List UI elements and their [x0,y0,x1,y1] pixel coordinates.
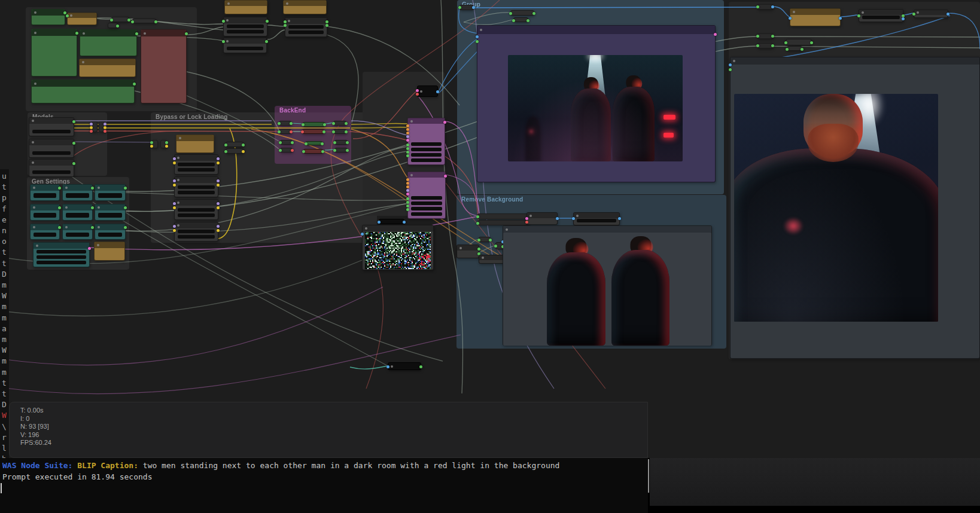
slot-dot[interactable] [416,89,419,92]
graph-node[interactable] [151,140,158,148]
slot-dot[interactable] [323,123,326,126]
collapse-dot[interactable] [177,157,179,159]
slot-dot[interactable] [217,179,220,182]
slot-dot[interactable] [217,206,220,209]
slot-dot[interactable] [476,222,479,225]
graph-node[interactable] [29,117,74,136]
slot-dot[interactable] [489,239,492,242]
slot-dot[interactable] [756,35,759,38]
slot-dot[interactable] [222,40,225,43]
graph-node[interactable] [62,184,93,201]
collapse-dot[interactable] [917,11,919,14]
slot-dot[interactable] [436,90,439,93]
slot-dot[interactable] [618,217,621,220]
slot-dot[interactable] [406,135,409,138]
collapse-dot[interactable] [34,11,36,14]
graph-node[interactable] [30,224,60,240]
slot-dot[interactable] [556,217,559,220]
slot-dot[interactable] [325,20,328,23]
collapse-dot[interactable] [410,174,413,176]
slot-dot[interactable] [857,14,860,17]
slot-dot[interactable] [305,142,308,145]
slot-dot[interactable] [345,130,348,133]
collapse-dot[interactable] [70,14,72,17]
slot-dot[interactable] [173,184,176,187]
collapse-dot[interactable] [179,137,181,139]
collapse-dot[interactable] [480,29,482,31]
slot-dot[interactable] [839,17,842,20]
slot-dot[interactable] [66,14,69,17]
slot-dot[interactable] [512,19,515,22]
slot-dot[interactable] [406,185,409,188]
slot-dot[interactable] [321,142,324,145]
collapse-dot[interactable] [98,226,100,228]
slot-dot[interactable] [131,20,134,23]
slot-dot[interactable] [173,157,176,160]
slot-dot[interactable] [729,68,732,71]
slot-dot[interactable] [378,221,381,224]
collapse-dot[interactable] [33,206,35,209]
graph-node[interactable] [29,159,74,177]
slot-dot[interactable] [526,19,529,22]
slot-dot[interactable] [476,35,479,38]
collapse-dot[interactable] [65,206,68,209]
slot-dot[interactable] [88,247,91,250]
collapse-dot[interactable] [32,161,34,164]
slot-dot[interactable] [217,225,220,228]
slot-dot[interactable] [150,145,153,148]
collapse-dot[interactable] [98,187,100,189]
slot-dot[interactable] [406,124,409,127]
graph-node[interactable] [306,141,322,145]
slot-dot[interactable] [345,122,348,125]
graph-node[interactable] [573,212,620,225]
slot-dot[interactable] [173,225,176,228]
slot-dot[interactable] [72,162,75,165]
graph-node[interactable] [176,135,214,153]
graph-node[interactable] [285,17,327,37]
slot-dot[interactable] [75,32,78,35]
graph-node[interactable] [29,139,74,158]
graph-node[interactable] [334,148,348,152]
collapse-dot[interactable] [365,227,367,230]
collapse-dot[interactable] [391,365,393,368]
slot-dot[interactable] [124,226,127,229]
graph-node[interactable] [31,29,77,77]
slot-dot[interactable] [72,142,75,145]
collapse-dot[interactable] [177,201,179,204]
slot-dot[interactable] [810,41,813,44]
slot-dot[interactable] [278,122,281,125]
graph-node[interactable] [174,222,218,242]
graph-node[interactable] [477,213,529,219]
slot-dot[interactable] [346,149,349,152]
slot-dot[interactable] [104,123,106,126]
slot-dot[interactable] [789,17,792,20]
slot-dot[interactable] [302,150,305,153]
collapse-dot[interactable] [33,187,35,189]
collapse-dot[interactable] [226,40,229,42]
slot-dot[interactable] [91,187,94,190]
graph-node[interactable] [302,129,324,134]
graph-node[interactable] [62,224,93,240]
slot-dot[interactable] [124,187,127,190]
slot-dot[interactable] [242,143,245,146]
slot-dot[interactable] [784,41,787,44]
graph-node[interactable] [757,33,773,39]
slot-dot[interactable] [322,130,325,133]
graph-node[interactable] [526,212,558,225]
graph-node[interactable] [33,242,90,267]
graph-node[interactable] [407,172,446,219]
collapse-dot[interactable] [286,2,288,5]
graph-node[interactable] [174,199,218,220]
slot-dot[interactable] [279,149,282,152]
slot-dot[interactable] [90,130,93,133]
collapse-dot[interactable] [733,60,735,62]
slot-dot[interactable] [91,226,94,229]
slot-dot[interactable] [476,215,479,218]
slot-dot[interactable] [279,141,282,144]
slot-dot[interactable] [217,161,220,164]
slot-dot[interactable] [290,122,293,125]
graph-node[interactable] [757,4,773,10]
graph-node[interactable] [787,46,802,51]
collapse-dot[interactable] [410,120,413,123]
slot-dot[interactable] [771,35,774,38]
